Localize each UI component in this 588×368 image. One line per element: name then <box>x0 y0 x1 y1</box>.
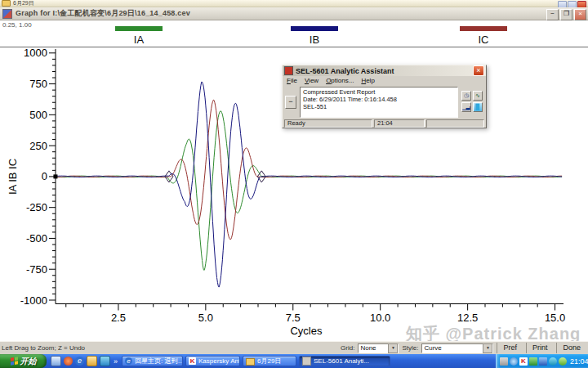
oscillography-icon[interactable]: ∿ <box>473 91 483 101</box>
chevron-down-icon[interactable]: ▼ <box>388 343 398 353</box>
menu-item-options[interactable]: Options... <box>326 77 354 84</box>
style-select[interactable]: Curve ▼ <box>421 343 493 353</box>
sel-logo-icon <box>302 357 311 366</box>
tray-clock: 21:04 <box>570 357 588 366</box>
ie-icon: e <box>125 357 132 365</box>
browser-icon[interactable] <box>64 357 73 366</box>
phasor-icon[interactable]: ◷ <box>461 91 471 101</box>
y-tick-label: -250 <box>26 201 47 213</box>
print-button[interactable]: Print <box>526 343 554 353</box>
pref-button[interactable]: Pref <box>497 343 523 353</box>
overflow-chevron-icon[interactable]: » <box>114 357 118 366</box>
y-tick-label: 250 <box>29 140 47 152</box>
messenger-icon[interactable] <box>549 357 557 366</box>
style-select-value: Curve <box>424 344 441 352</box>
update-icon[interactable] <box>559 357 567 366</box>
grid-label: Grid: <box>341 344 354 352</box>
quick-launch: e » <box>47 356 122 366</box>
collapse-button[interactable]: − <box>285 96 296 109</box>
ie-icon[interactable]: e <box>75 357 84 366</box>
show-desktop-icon[interactable] <box>51 356 61 366</box>
status-time: 21:04 <box>374 119 425 128</box>
report-line: Compressed Event Report <box>303 88 455 96</box>
task-button-folder[interactable]: 6月29日 <box>243 356 296 366</box>
system-tray: K 21:04 <box>496 354 588 368</box>
y-tick-label: 500 <box>29 109 47 121</box>
trigger-marker-icon <box>53 174 57 178</box>
waveform-plot[interactable]: -1000-750-500-250025050075010002.55.07.5… <box>0 0 588 368</box>
x-tick-label: 15.0 <box>545 312 565 324</box>
done-button[interactable]: Done <box>556 343 586 353</box>
event-report-icon[interactable]: ▉ <box>473 102 483 112</box>
taskbar: 开始 e » e 回星主页: 退到… K Kaspersky Anti-V...… <box>0 354 588 368</box>
x-tick-label: 2.5 <box>111 312 126 324</box>
menu-item-file[interactable]: File <box>287 77 297 84</box>
dialog-close-button[interactable]: × <box>473 65 484 76</box>
series-ia <box>56 111 562 271</box>
dialog-titlebar[interactable]: SEL-5601 Analytic Assistant × <box>283 65 486 76</box>
status-spare <box>426 119 484 128</box>
y-tick-label: 1000 <box>24 47 47 59</box>
y-axis-label: IA IB IC <box>7 159 19 195</box>
harmonics-icon[interactable]: ▁▃▅ <box>461 102 471 112</box>
start-button[interactable]: 开始 <box>0 354 47 368</box>
y-tick-label: -1000 <box>20 294 47 307</box>
menu-item-view[interactable]: View <box>305 77 318 84</box>
chevron-down-icon[interactable]: ▼ <box>483 343 492 353</box>
sel5601-dialog[interactable]: SEL-5601 Analytic Assistant × FileViewOp… <box>282 65 487 128</box>
y-tick-label: 0 <box>42 170 47 182</box>
graph-control-strip: Left Drag to Zoom; Z = Undo Grid: None ▼… <box>0 341 588 354</box>
printer-icon[interactable] <box>500 357 508 366</box>
event-report-list[interactable]: Compressed Event Report Date: 6/29/2011 … <box>300 87 458 118</box>
grid-select-value: None <box>360 344 376 352</box>
report-line: Date: 6/29/2011 Time: 0:16:14.458 <box>303 96 455 103</box>
y-tick-label: 750 <box>29 78 47 90</box>
task-button-sel5601[interactable]: SEL-5601 Analyti... <box>299 356 390 366</box>
shield-icon[interactable] <box>529 357 537 366</box>
style-label: Style: <box>402 344 418 352</box>
report-line: SEL-551 <box>303 103 455 110</box>
network-icon[interactable] <box>539 357 547 366</box>
x-tick-label: 10.0 <box>370 312 390 324</box>
x-tick-label: 5.0 <box>198 312 213 324</box>
y-tick-label: -750 <box>26 263 47 276</box>
status-ready: Ready <box>284 119 372 128</box>
task-label: 6月29日 <box>257 357 281 366</box>
dialog-menubar: FileViewOptions...Help <box>283 76 486 85</box>
grid-select[interactable]: None ▼ <box>358 343 399 353</box>
x-tick-label: 12.5 <box>457 312 478 324</box>
sel-logo-icon <box>284 66 293 75</box>
task-label: 回星主页: 退到… <box>135 357 183 366</box>
media-player-icon[interactable] <box>100 356 110 366</box>
x-axis-label: Cycles <box>290 325 323 337</box>
safely-remove-icon[interactable] <box>510 357 518 366</box>
windows-flag-icon <box>11 357 18 365</box>
task-button-homepage[interactable]: e 回星主页: 退到… <box>122 356 183 366</box>
task-label: SEL-5601 Analyti... <box>314 357 369 365</box>
x-tick-label: 7.5 <box>286 312 301 324</box>
task-buttons: e 回星主页: 退到… K Kaspersky Anti-V... 6月29日 … <box>122 356 496 366</box>
task-button-kaspersky[interactable]: K Kaspersky Anti-V... <box>185 356 240 366</box>
folder-icon <box>246 358 255 366</box>
dialog-title: SEL-5601 Analytic Assistant <box>296 67 473 75</box>
task-label: Kaspersky Anti-V... <box>198 357 240 365</box>
y-tick-label: -500 <box>26 232 47 245</box>
menu-item-help[interactable]: Help <box>361 77 374 84</box>
mail-icon[interactable] <box>87 356 97 366</box>
start-button-label: 开始 <box>20 356 37 367</box>
kaspersky-icon: K <box>189 357 196 365</box>
kaspersky-tray-icon[interactable]: K <box>519 357 528 366</box>
zoom-hint: Left Drag to Zoom; Z = Undo <box>2 344 85 352</box>
